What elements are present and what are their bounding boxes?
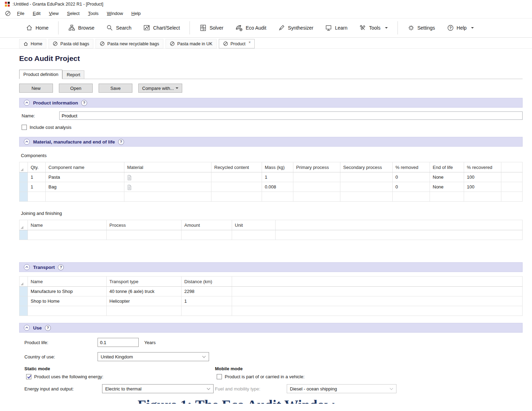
home-button[interactable]: Home	[22, 22, 53, 34]
collapse-chevron-icon[interactable]	[24, 100, 30, 106]
component-row-bag[interactable]: 1 Bag 0.008 0 None 100	[20, 182, 523, 192]
static-energy-checkbox[interactable]	[26, 374, 31, 379]
material-record-icon[interactable]	[127, 175, 132, 180]
row-selector-header[interactable]	[20, 277, 28, 287]
tab-report[interactable]: Report	[62, 70, 84, 79]
doc-tab-pasta-made-in-uk[interactable]: Pasta made in UK	[165, 39, 217, 48]
col-header-unit[interactable]: Unit	[232, 220, 276, 230]
cell-material[interactable]	[124, 172, 211, 182]
collapse-chevron-icon[interactable]	[24, 264, 30, 270]
search-button[interactable]: Search	[102, 22, 136, 34]
col-header-mass[interactable]: Mass (kg)	[262, 162, 293, 172]
synthesizer-button[interactable]: Synthesizer	[274, 22, 317, 34]
col-header-secondary-process[interactable]: Secondary process	[340, 162, 393, 172]
country-of-use-select[interactable]: United Kingdom	[98, 352, 209, 361]
col-header-material[interactable]: Material	[124, 162, 211, 172]
chart-select-button[interactable]: Chart/Select	[139, 22, 184, 34]
col-header-qty[interactable]: Qty.	[28, 162, 46, 172]
col-header-distance[interactable]: Distance (km)	[182, 277, 232, 287]
cell-distance[interactable]: 2298	[182, 287, 232, 296]
cell-transport-type[interactable]: Helicopter	[107, 296, 182, 306]
cell-end-of-life[interactable]: None	[430, 182, 464, 192]
doc-tab-pasta-old-bags[interactable]: Pasta old bags	[48, 39, 93, 48]
cell-pct-removed[interactable]: 0	[393, 182, 430, 192]
cell-transport-type[interactable]: 40 tonne (6 axle) truck	[107, 287, 182, 296]
compare-with-button[interactable]: Compare with...	[138, 84, 182, 93]
col-header-primary-process[interactable]: Primary process	[293, 162, 340, 172]
cell-component-name[interactable]: Bag	[46, 182, 124, 192]
cell-qty[interactable]: 1	[28, 172, 46, 182]
row-selector[interactable]	[20, 172, 28, 182]
cell-pct-removed[interactable]: 0	[393, 172, 430, 182]
row-selector[interactable]	[20, 192, 28, 202]
browse-button[interactable]: Browse	[64, 22, 99, 34]
energy-input-output-select[interactable]: Electric to thermal	[102, 384, 214, 393]
cell-qty[interactable]: 1	[28, 182, 46, 192]
col-header-recycled-content[interactable]: Recycled content	[211, 162, 262, 172]
col-header-end-of-life[interactable]: End of life	[430, 162, 464, 172]
col-header-pct-recovered[interactable]: % recovered	[464, 162, 501, 172]
menu-edit[interactable]: Edit	[33, 11, 40, 16]
cell-primary-process[interactable]	[293, 172, 340, 182]
row-selector[interactable]	[20, 296, 28, 306]
cell-secondary-process[interactable]	[340, 172, 393, 182]
close-tab-icon[interactable]: ×	[249, 40, 251, 44]
menu-select[interactable]: Select	[67, 11, 79, 16]
col-header-amount[interactable]: Amount	[182, 220, 232, 230]
cell-primary-process[interactable]	[293, 182, 340, 192]
col-header-transport-type[interactable]: Transport type	[107, 277, 182, 287]
tools-button[interactable]: Tools	[355, 22, 392, 34]
open-button[interactable]: Open	[59, 84, 93, 93]
eco-audit-button[interactable]: Eco Audit	[231, 22, 270, 34]
cell-secondary-process[interactable]	[340, 182, 393, 192]
col-header-pct-removed[interactable]: % removed	[393, 162, 430, 172]
collapse-chevron-icon[interactable]	[24, 325, 30, 331]
cell-recycled-content[interactable]	[211, 172, 262, 182]
section-help-icon[interactable]: ?	[58, 264, 64, 270]
material-record-icon[interactable]	[127, 185, 132, 190]
menu-file[interactable]: File	[17, 11, 24, 16]
col-header-name[interactable]: Name	[28, 220, 107, 230]
collapse-chevron-icon[interactable]	[24, 139, 30, 145]
doc-tab-home[interactable]: Home	[19, 39, 46, 48]
transport-row-shop-to-home[interactable]: Shop to Home Helicopter 1	[20, 296, 523, 306]
cell-name[interactable]: Manufacture to Shop	[28, 287, 107, 296]
cell-mass[interactable]: 1	[262, 172, 293, 182]
doc-tab-pasta-new-recyclable-bags[interactable]: Pasta new recyclable bags	[95, 39, 163, 48]
col-header-component-name[interactable]: Component name	[46, 162, 124, 172]
cell-mass[interactable]: 0.008	[262, 182, 293, 192]
menu-help[interactable]: Help	[131, 11, 141, 16]
cell-pct-recovered[interactable]: 100	[464, 172, 501, 182]
row-selector-header[interactable]	[20, 162, 28, 172]
product-name-input[interactable]	[59, 111, 523, 120]
section-help-icon[interactable]: ?	[45, 325, 51, 331]
col-header-process[interactable]: Process	[107, 220, 182, 230]
cell-component-name[interactable]: Pasta	[46, 172, 124, 182]
save-button[interactable]: Save	[99, 84, 132, 93]
cell-distance[interactable]: 1	[182, 296, 232, 306]
transport-row-empty[interactable]	[20, 306, 523, 316]
transport-row-manufacture-to-shop[interactable]: Manufacture to Shop 40 tonne (6 axle) tr…	[20, 287, 523, 296]
component-row-empty[interactable]	[20, 192, 523, 202]
row-selector-header[interactable]	[20, 220, 28, 230]
row-selector[interactable]	[20, 306, 28, 316]
learn-button[interactable]: Learn	[321, 22, 352, 34]
col-header-name[interactable]: Name	[28, 277, 107, 287]
mobile-vehicle-checkbox[interactable]	[217, 374, 222, 379]
cell-pct-recovered[interactable]: 100	[464, 182, 501, 192]
section-help-icon[interactable]: ?	[81, 100, 87, 106]
solver-button[interactable]: Solver	[195, 22, 228, 34]
menu-window[interactable]: Window	[107, 11, 123, 16]
section-help-icon[interactable]: ?	[118, 139, 124, 145]
menu-view[interactable]: View	[49, 11, 59, 16]
cell-name[interactable]: Shop to Home	[28, 296, 107, 306]
cell-end-of-life[interactable]: None	[430, 172, 464, 182]
menu-tools[interactable]: Tools	[88, 11, 98, 16]
include-cost-analysis-checkbox[interactable]	[22, 125, 27, 130]
product-life-input[interactable]	[98, 338, 139, 347]
row-selector[interactable]	[20, 182, 28, 192]
new-button[interactable]: New	[19, 84, 53, 93]
help-button[interactable]: ? Help	[443, 22, 478, 34]
tab-product-definition[interactable]: Product definition	[19, 70, 62, 79]
cell-recycled-content[interactable]	[211, 182, 262, 192]
